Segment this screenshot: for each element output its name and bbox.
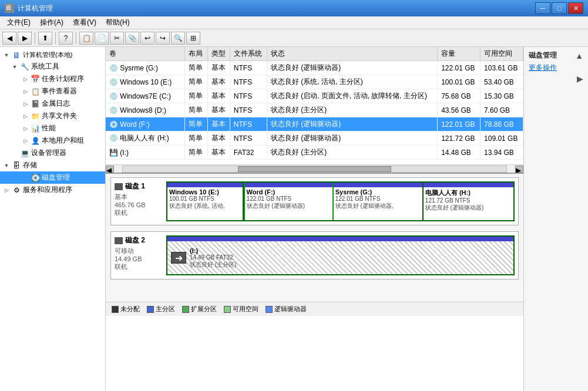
- cell-capacity: 100.01 GB: [438, 75, 481, 89]
- col-status: 状态: [267, 47, 438, 61]
- disk-2-icon: [115, 237, 123, 244]
- cell-free: 15.30 GB: [481, 89, 523, 103]
- forward-button[interactable]: ▶: [18, 32, 32, 45]
- col-layout: 布局: [185, 47, 207, 61]
- scroll-track[interactable]: [122, 166, 507, 173]
- disk-table-area[interactable]: 卷 布局 类型 文件系统 状态 容量 可用空间 💿 Sysrme (G:) 简单…: [106, 47, 523, 164]
- table-row[interactable]: 💿 Word (F:) 简单 基本 NTFS 状态良好 (逻辑驱动器) 122.…: [106, 117, 523, 132]
- expand-task-scheduler[interactable]: ▷: [21, 75, 29, 83]
- event-icon: 📋: [31, 87, 40, 96]
- sidebar-item-label: 磁盘管理: [42, 173, 70, 183]
- cell-capacity: 14.48 GB: [438, 146, 481, 160]
- sidebar-item-local-users[interactable]: ▷ 👤 本地用户和组: [0, 134, 105, 147]
- expand-system-tools[interactable]: ▼: [11, 63, 19, 71]
- sidebar-item-services[interactable]: ▷ ⚙ 服务和应用程序: [0, 184, 105, 196]
- toolbar-btn-2[interactable]: 📄: [95, 32, 109, 45]
- sidebar-item-event-viewer[interactable]: ▷ 📋 事件查看器: [0, 85, 105, 97]
- partition-e[interactable]: Windows 10 (E:) 100.01 GB NTFS 状态良好 (系统,…: [167, 183, 244, 220]
- show-help-button[interactable]: ?: [59, 32, 73, 45]
- expand-root[interactable]: ▼: [2, 51, 11, 59]
- expand-users[interactable]: ▷: [21, 137, 29, 145]
- partition-h-header: [424, 183, 513, 187]
- action-expand-icon[interactable]: ▲: [575, 51, 583, 60]
- expand-services[interactable]: ▷: [2, 186, 11, 194]
- perf-icon: 📊: [31, 124, 40, 133]
- expand-storage[interactable]: ▼: [2, 161, 11, 170]
- cell-layout: 简单: [185, 61, 207, 75]
- partition-g[interactable]: Sysrme (G:) 122.01 GB NTFS 状态良好 (逻辑驱动器,: [334, 183, 424, 220]
- scroll-thumb[interactable]: [238, 166, 391, 172]
- legend-logical-label: 逻辑驱动器: [274, 305, 307, 314]
- toolbar-btn-3[interactable]: ✂: [110, 32, 124, 45]
- table-row[interactable]: 💿 Windows8 (D:) 简单 基本 NTFS 状态良好 (主分区) 43…: [106, 103, 523, 117]
- partition-f-sub2: 状态良好 (逻辑驱动器): [247, 202, 331, 210]
- toolbar-btn-6[interactable]: ↪: [156, 32, 170, 45]
- disk-2-bar[interactable]: ➜ (I:) 14.49 GB FAT32 状态良好 (主分区): [166, 235, 515, 275]
- sidebar-item-storage[interactable]: ▼ 🗄 存储: [0, 159, 105, 171]
- partition-h-content: 电脑人人有 (H:) 121.72 GB NTFS 状态良好 (逻辑驱动器): [424, 187, 513, 213]
- table-row[interactable]: 💿 Sysrme (G:) 简单 基本 NTFS 状态良好 (逻辑驱动器) 12…: [106, 61, 523, 75]
- menu-view[interactable]: 查看(V): [68, 16, 101, 29]
- scroll-right-btn[interactable]: ▶: [515, 166, 523, 173]
- back-button[interactable]: ◀: [2, 32, 16, 45]
- sidebar-item-disk-mgmt[interactable]: 💽 磁盘管理: [0, 171, 105, 184]
- right-panel: 卷 布局 类型 文件系统 状态 容量 可用空间 💿 Sysrme (G:) 简单…: [106, 47, 523, 391]
- sidebar-item-system-tools[interactable]: ▼ 🔧 系统工具: [0, 60, 105, 73]
- legend-primary-box: [147, 306, 154, 313]
- sidebar-root[interactable]: ▼ 🖥 计算机管理(本地): [0, 49, 105, 60]
- partition-h-sub1: 121.72 GB NTFS: [425, 197, 512, 204]
- partition-f[interactable]: Word (F:) 122.01 GB NTFS 状态良好 (逻辑驱动器): [244, 181, 334, 221]
- sidebar-item-task-scheduler[interactable]: ▷ 📅 任务计划程序: [0, 73, 105, 85]
- horizontal-scrollbar[interactable]: ◀ ▶: [106, 164, 523, 173]
- menu-file[interactable]: 文件(E): [2, 16, 35, 29]
- table-row[interactable]: 💿 Windows7E (C:) 简单 基本 NTFS 状态良好 (启动, 页面…: [106, 89, 523, 103]
- expand-perf[interactable]: ▷: [21, 124, 29, 133]
- table-row[interactable]: 💿 电脑人人有 (H:) 简单 基本 NTFS 状态良好 (逻辑驱动器) 121…: [106, 132, 523, 146]
- table-row[interactable]: 💿 Windows 10 (E:) 简单 基本 NTFS 状态良好 (系统, 活…: [106, 75, 523, 89]
- disk-1-info: 磁盘 1 基本 465.76 GB 联机: [115, 181, 162, 217]
- scroll-left-btn[interactable]: ◀: [106, 166, 114, 173]
- toolbar-btn-1[interactable]: 📋: [79, 32, 93, 45]
- sidebar-item-device-manager[interactable]: 💻 设备管理器: [0, 147, 105, 159]
- sidebar-item-label: 共享文件夹: [42, 111, 77, 121]
- toolbar-btn-5[interactable]: ↩: [140, 32, 154, 45]
- expand-gold-log[interactable]: ▷: [21, 100, 29, 108]
- maximize-button[interactable]: □: [552, 2, 567, 14]
- partition-g-sub1: 122.01 GB NTFS: [335, 196, 421, 202]
- action-more-link[interactable]: 更多操作: [529, 63, 583, 73]
- disk-2-size: 14.49 GB: [115, 255, 162, 262]
- window-controls[interactable]: ─ □ ✕: [535, 2, 583, 14]
- up-button[interactable]: ⬆: [38, 32, 52, 45]
- disk-2-partition-i[interactable]: ➜ (I:) 14.49 GB FAT32 状态良好 (主分区): [167, 241, 513, 274]
- expand-shared[interactable]: ▷: [21, 112, 29, 120]
- table-row[interactable]: 💾 (I:) 简单 基本 FAT32 状态良好 (主分区) 14.48 GB 1…: [106, 146, 523, 160]
- toolbar-btn-7[interactable]: 🔍: [171, 32, 185, 45]
- cell-status: 状态良好 (启动, 页面文件, 活动, 故障转储, 主分区): [267, 89, 438, 103]
- expand-event-viewer[interactable]: ▷: [21, 87, 29, 96]
- sidebar-item-performance[interactable]: ▷ 📊 性能: [0, 122, 105, 134]
- partition-h[interactable]: 电脑人人有 (H:) 121.72 GB NTFS 状态良好 (逻辑驱动器): [424, 183, 513, 220]
- cell-status: 状态良好 (逻辑驱动器): [267, 117, 438, 132]
- menu-help[interactable]: 帮助(H): [101, 16, 135, 29]
- toolbar-btn-8[interactable]: ⊞: [186, 32, 200, 45]
- window-title: 计算机管理: [18, 4, 53, 14]
- storage-icon: 🗄: [12, 161, 21, 170]
- sidebar-item-gold-log[interactable]: ▷ 📓 金属日志: [0, 97, 105, 110]
- close-button[interactable]: ✕: [568, 2, 583, 14]
- minimize-button[interactable]: ─: [535, 2, 550, 14]
- partition-f-label: Word (F:): [247, 188, 331, 196]
- cell-volume: 💾 (I:): [106, 146, 185, 160]
- cell-capacity: 121.72 GB: [438, 132, 481, 146]
- toolbar-sep-2: [55, 32, 56, 44]
- disk-1-bar[interactable]: Windows 10 (E:) 100.01 GB NTFS 状态良好 (系统,…: [166, 181, 515, 221]
- menu-action[interactable]: 操作(A): [35, 16, 68, 29]
- toolbar-sep-3: [76, 32, 76, 44]
- cell-type: 基本: [207, 89, 230, 103]
- cell-type: 基本: [207, 75, 230, 89]
- cell-volume: 💿 Word (F:): [106, 117, 185, 132]
- cell-layout: 简单: [185, 103, 207, 117]
- action-more-icon[interactable]: ▶: [529, 74, 583, 83]
- col-volume: 卷: [106, 47, 185, 61]
- toolbar-btn-4[interactable]: 📎: [125, 32, 139, 45]
- sidebar-item-shared-folders[interactable]: ▷ 📁 共享文件夹: [0, 110, 105, 122]
